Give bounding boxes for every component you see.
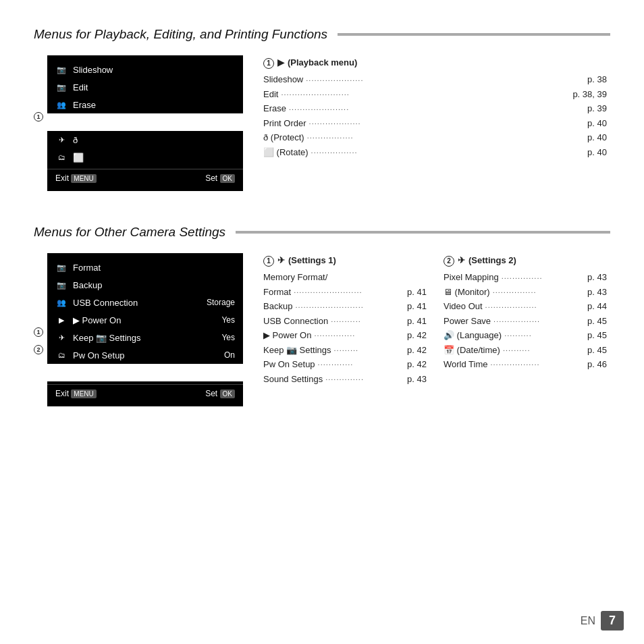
entry-backup: Backup ......................... p. 41 [263, 299, 430, 313]
item-label-soundsettings: Sound Settings [73, 368, 235, 378]
item-label-pwonsetup: Pw On Setup [73, 350, 219, 360]
entry-label: Power Save [444, 314, 491, 328]
entry-label: Print Order [263, 116, 306, 130]
item-label-usb: USB Connection [73, 298, 201, 308]
entry-label: Slideshow [263, 72, 303, 86]
entry-label: Pw On Setup [263, 357, 315, 371]
dots: ............... [502, 269, 585, 283]
menu2-key: MENU [71, 390, 96, 398]
entry-pwonsetup: Pw On Setup ............. p. 42 [263, 357, 430, 371]
dots: .......... [503, 342, 585, 356]
page-ref: p. 43 [587, 285, 607, 299]
page-ref: p. 42 [407, 343, 427, 357]
page-ref: p. 42 [407, 357, 427, 371]
dots: ......................... [281, 86, 570, 100]
s1-icon: ✈ [55, 134, 68, 146]
cl2-spacer4 [34, 306, 43, 323]
section2-title: Menus for Other Camera Settings [34, 225, 225, 240]
dots: ........... [331, 313, 404, 327]
section2-body: 1 2 📷 Format 📷 Backup 👥 USB Connection [34, 253, 610, 406]
item-label-printorder: Print Order [73, 117, 235, 128]
col2-1-icon: ✈ [277, 253, 285, 267]
dots: ................ [493, 284, 585, 298]
circle-label-1: 1 [34, 108, 43, 126]
page-ref: p. 41 [407, 299, 427, 313]
cam2-icon: 📷 [55, 279, 68, 291]
page-ref: p. 41 [407, 314, 427, 328]
play2-icon: ▶ [55, 314, 68, 326]
language-label: EN [581, 615, 595, 627]
ppl-icon: 👥 [55, 296, 68, 308]
section1-desc-col1: 1 ▶ (Playback menu) Slideshow ..........… [263, 55, 610, 191]
page-content: Menus for Playback, Editing, and Printin… [0, 0, 644, 460]
item-label-erase: Erase [73, 100, 235, 110]
s1-2-icon: ✈ [55, 331, 68, 344]
entry-label: Video Out [444, 299, 483, 313]
col2-2-title: (Settings 2) [468, 253, 516, 267]
entry-keepset: Keep 📷 Settings ......... p. 42 [263, 343, 430, 357]
page-ref: p. 38, 39 [572, 87, 607, 101]
page-ref: p. 45 [587, 343, 607, 357]
section1-line [338, 33, 610, 36]
dots: .............. [325, 371, 404, 385]
section1-screen-wrapper: 1 📷 Slideshow 📷 Edit 👥 Erase ▶ [34, 55, 243, 191]
item-label-rotate: ⬜ [73, 153, 235, 163]
page-ref: p. 40 [587, 116, 607, 130]
section1-camera-screen: 📷 Slideshow 📷 Edit 👥 Erase ▶ Print Order… [47, 55, 243, 191]
page-ref: p. 42 [407, 328, 427, 342]
entry-label: Format [263, 285, 291, 299]
section2-camera-screen: 📷 Format 📷 Backup 👥 USB Connection Stora… [47, 253, 243, 406]
page-ref: p. 45 [587, 314, 607, 328]
entry-label: Backup [263, 299, 292, 313]
entry-videoout: Video Out ................... p. 44 [444, 299, 610, 313]
menu2-keepset: ✈ Keep 📷 Settings Yes [47, 329, 243, 346]
entry-pixmap: Pixel Mapping ............... p. 43 [444, 270, 610, 284]
page-ref: p. 38 [587, 72, 607, 86]
menu2-pwonsetup: 🗂 Pw On Setup On [47, 346, 243, 364]
menu2-usb: 👥 USB Connection Storage [47, 294, 243, 311]
menu-item-slideshow: 📷 Slideshow [47, 61, 243, 78]
entry-powersave: Power Save ................. p. 45 [444, 314, 610, 328]
cl-spacer3 [34, 90, 43, 108]
col2-2-circle: 2 [444, 256, 454, 267]
page-ref: p. 43 [587, 270, 607, 284]
entry-label: Erase [263, 101, 286, 115]
entry-format: Format ......................... p. 41 [263, 285, 430, 299]
item-label-keepset: Keep 📷 Settings [73, 333, 216, 343]
cl2-spacer2 [34, 271, 43, 288]
section1-title: Menus for Playback, Editing, and Printin… [34, 27, 327, 42]
section1-header: Menus for Playback, Editing, and Printin… [34, 27, 610, 42]
dots: ................. [311, 144, 585, 158]
ok-key: OK [220, 174, 235, 183]
item-label-format: Format [73, 263, 235, 273]
section1-circle-labels: 1 [34, 55, 43, 126]
entry-label: ð (Protect) [263, 130, 304, 144]
entry-label: 🔊 (Language) [444, 328, 502, 342]
circle-num-1: 1 [34, 112, 43, 122]
camera-icon: 📷 [55, 63, 68, 76]
dots: ............. [318, 356, 404, 370]
dots: ......................... [294, 284, 404, 298]
dots: .................. [491, 356, 585, 370]
menu2-soundsettings: 🗂 Sound Settings [47, 364, 243, 381]
item-value-pwonsetup: On [224, 350, 235, 360]
entry-edit: Edit ......................... p. 38, 39 [263, 87, 610, 101]
s2b-icon: 🗂 [55, 367, 68, 379]
item-label-edit: Edit [73, 82, 235, 92]
entry-label: Pixel Mapping [444, 270, 499, 284]
item-value-usb: Storage [207, 298, 235, 307]
entry-label: 📅 (Date/time) [444, 343, 500, 357]
col2-2-icon: ✈ [458, 253, 465, 267]
entry-label: Edit [263, 87, 278, 101]
entry-label: Memory Format/ [263, 270, 327, 284]
entry-label: ▶ Power On [263, 328, 311, 342]
page-ref: p. 40 [587, 145, 607, 159]
entry-memfmt: Memory Format/ [263, 270, 430, 284]
dots: .......... [504, 327, 585, 341]
entry-poweron: ▶ Power On ............... p. 42 [263, 328, 430, 342]
circle2-label-1: 1 [34, 323, 43, 341]
screen2-footer: Exit MENU Set OK [47, 384, 243, 401]
entry-monitor: 🖥 (Monitor) ................ p. 43 [444, 285, 610, 299]
entry-erase: Erase ...................... p. 39 [263, 101, 610, 115]
dots: ......... [334, 342, 405, 356]
